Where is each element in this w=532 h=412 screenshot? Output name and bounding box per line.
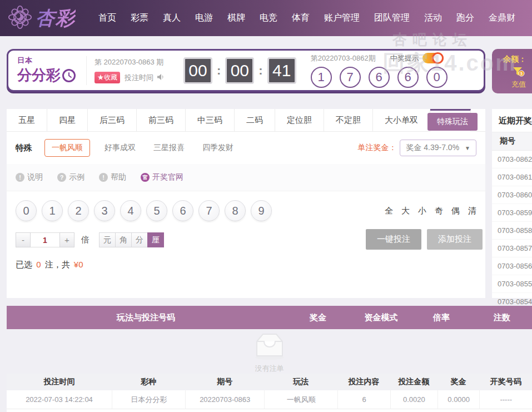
col-play-type: 玩法 <box>264 377 337 387</box>
page-root: 杏吧论坛 回家14.com <box>0 0 532 412</box>
play-mode-row: 特殊 一帆风顺 好事成双 三星报喜 四季发财 单注奖金： 奖金 4.39-7.0… <box>7 132 485 164</box>
favorite-badge[interactable]: ★收藏 <box>95 72 120 83</box>
add-bet-button[interactable]: 添加投注 <box>427 229 483 250</box>
empty-inbox-icon <box>251 331 288 363</box>
nav-item-lottery[interactable]: 彩票 <box>131 12 148 24</box>
recent-draw-row[interactable]: 0703-0855 <box>492 275 532 293</box>
number-ball-1[interactable]: 1 <box>42 200 63 221</box>
select-odd[interactable]: 奇 <box>435 206 443 216</box>
special-play-button[interactable]: 特殊玩法 <box>427 113 478 131</box>
number-ball-7[interactable]: 7 <box>198 200 220 221</box>
question-icon: ? <box>57 173 66 182</box>
nav-item-live[interactable]: 真人 <box>163 12 181 24</box>
recent-draw-row[interactable]: 0703-0858 <box>492 222 532 240</box>
play-option[interactable]: 四季发财 <box>201 140 235 156</box>
nav-item-team[interactable]: 团队管理 <box>374 12 410 24</box>
site-logo[interactable]: 杏彩 <box>8 5 76 32</box>
tab-housanma[interactable]: 后三码 <box>88 109 137 131</box>
unit-yuan[interactable]: 元 <box>99 232 116 247</box>
unit-fen[interactable]: 分 <box>131 232 148 247</box>
win-tip-toggle[interactable] <box>422 53 444 63</box>
play-option-selected[interactable]: 一帆风顺 <box>44 139 90 157</box>
tab-dingweidan[interactable]: 定位胆 <box>275 109 324 131</box>
nav-item-board[interactable]: 棋牌 <box>227 12 245 24</box>
tab-daxiaodanshuang[interactable]: 大小单双 <box>373 109 430 131</box>
recent-draw-row[interactable]: 0703-0861 <box>492 168 532 186</box>
multiplier-plus-button[interactable]: + <box>59 232 74 247</box>
help-link-official-site[interactable]: 官 开奖官网 <box>141 172 183 182</box>
winning-number-ball: 0 <box>426 67 448 88</box>
multiplier-input[interactable] <box>31 232 59 247</box>
recharge-button[interactable]: 5 充值 <box>508 67 530 90</box>
betting-panel: 五星 四星 后三码 前三码 中三码 二码 定位胆 不定胆 大小单双 趣味 特殊玩… <box>7 109 485 298</box>
slip-col-fundmode: 资金模式 <box>351 312 411 323</box>
help-link-bangzhu[interactable]: ! 帮助 <box>99 172 126 182</box>
number-ball-6[interactable]: 6 <box>172 200 193 221</box>
help-link-shuoming[interactable]: ! 说明 <box>16 172 43 182</box>
number-ball-2[interactable]: 2 <box>68 200 89 221</box>
divider <box>86 56 87 85</box>
recent-draw-row[interactable]: 0703-0860 <box>492 186 532 204</box>
history-data-row[interactable]: 2022-07-03 14:22:04 日本分分彩 20220703-0863 … <box>7 390 532 409</box>
lottery-banner: 日本 分分彩 第 20220703-0863 期 ★收藏 投注时间 <box>7 49 485 92</box>
recent-draw-row[interactable]: 0703-0862 <box>492 151 532 168</box>
unit-jiao[interactable]: 角 <box>115 232 132 247</box>
nav-item-activity[interactable]: 活动 <box>424 12 442 24</box>
cell-period: 20220703-0863 <box>185 390 264 409</box>
bet-time-label: 投注时间 <box>125 73 153 83</box>
col-draw-numbers: 开奖号码 <box>479 377 532 387</box>
tab-zhongsanma[interactable]: 中三码 <box>186 109 235 131</box>
tab-erma[interactable]: 二码 <box>235 109 275 131</box>
toggle-knob <box>432 52 444 64</box>
prize-label: 单注奖金： <box>357 143 396 153</box>
bet-slip-header: 玩法与投注号码 奖金 资金模式 倍率 注数 <box>7 306 532 329</box>
help-link-shili[interactable]: ? 示例 <box>57 172 84 182</box>
number-ball-0[interactable]: 0 <box>16 200 37 221</box>
tab-wuxing[interactable]: 五星 <box>7 109 47 131</box>
prize-dropdown[interactable]: 奖金 4.39-7.0% ▼ <box>400 140 476 156</box>
select-clear[interactable]: 清 <box>468 206 476 216</box>
tab-sixing[interactable]: 四星 <box>47 109 88 131</box>
recent-draw-row[interactable]: 0703-0859 <box>492 204 532 222</box>
winning-number-ball: 6 <box>397 67 419 88</box>
select-even[interactable]: 偶 <box>451 206 460 216</box>
logo-text: 杏彩 <box>36 6 76 31</box>
unit-li-selected[interactable]: 厘 <box>147 232 164 247</box>
number-ball-5[interactable]: 5 <box>146 200 167 221</box>
select-all[interactable]: 全 <box>385 206 393 216</box>
nav-item-home[interactable]: 首页 <box>98 12 116 24</box>
multiplier-minus-button[interactable]: - <box>16 232 31 247</box>
number-picker-row: 0 1 2 3 4 5 6 7 8 9 全 大 小 奇 偶 清 <box>7 191 485 229</box>
balance-label: 余额： <box>503 54 532 64</box>
nav-item-jinding[interactable]: 金鼎财 <box>489 12 515 24</box>
select-big[interactable]: 大 <box>401 206 410 216</box>
select-small[interactable]: 小 <box>418 206 426 216</box>
number-ball-4[interactable]: 4 <box>120 200 141 221</box>
last-draw-result: 第20220703-0862期 中奖提示 1 7 6 6 0 <box>311 53 455 88</box>
nav-item-paofen[interactable]: 跑分 <box>456 12 474 24</box>
recharge-label: 充值 <box>511 80 526 90</box>
nav-item-sports[interactable]: 体育 <box>292 12 310 24</box>
number-ball-9[interactable]: 9 <box>251 200 272 221</box>
number-ball-8[interactable]: 8 <box>225 200 246 221</box>
nav-item-egame[interactable]: 电游 <box>195 12 213 24</box>
period-column-header: 期号 <box>492 132 532 151</box>
speaker-icon[interactable] <box>157 73 165 83</box>
nav-menu: 首页 彩票 真人 电游 棋牌 电竞 体育 账户管理 团队管理 活动 跑分 金鼎财 <box>91 12 523 24</box>
recent-draw-row[interactable]: 0703-0857 <box>492 240 532 257</box>
tab-budingdan[interactable]: 不定胆 <box>324 109 373 131</box>
one-click-bet-button[interactable]: 一键投注 <box>366 229 421 250</box>
tab-qiansanma[interactable]: 前三码 <box>137 109 186 131</box>
nav-item-account[interactable]: 账户管理 <box>324 12 360 24</box>
next-row-partial <box>7 409 532 412</box>
number-ball-3[interactable]: 3 <box>94 200 115 221</box>
cell-bet-content: 6 <box>337 390 390 409</box>
play-option[interactable]: 好事成双 <box>103 140 137 156</box>
official-icon: 官 <box>141 173 150 182</box>
play-tabs: 五星 四星 后三码 前三码 中三码 二码 定位胆 不定胆 大小单双 趣味 特殊玩… <box>7 109 485 132</box>
recent-draw-row[interactable]: 0703-0856 <box>492 257 532 275</box>
total-amount: ¥0 <box>74 260 83 269</box>
play-option[interactable]: 三星报喜 <box>152 140 186 156</box>
nav-item-esports[interactable]: 电竞 <box>260 12 277 24</box>
bet-slip-empty-state: 没有注单 <box>7 331 532 374</box>
